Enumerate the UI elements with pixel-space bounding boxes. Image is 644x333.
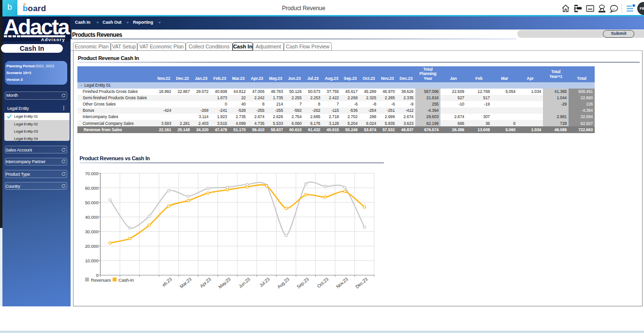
- svg-text:Cash-In: Cash-In: [118, 277, 134, 283]
- svg-text:Mar.23: Mar.23: [178, 276, 192, 289]
- svg-text:Sep.23: Sep.23: [295, 276, 309, 289]
- svg-text:Nov.23: Nov.23: [335, 276, 349, 289]
- svg-text:eb.23: eb.23: [161, 276, 173, 288]
- svg-text:Aug.23: Aug.23: [276, 276, 290, 289]
- svg-text:20.000: 20.000: [85, 243, 99, 249]
- svg-text:Oct.23: Oct.23: [316, 276, 329, 289]
- svg-text:30.000: 30.000: [85, 229, 99, 234]
- svg-text:10.000: 10.000: [85, 258, 99, 263]
- svg-text:Apr.23: Apr.23: [199, 276, 212, 288]
- svg-text:Jun.23: Jun.23: [237, 276, 251, 289]
- svg-text:70.000: 70.000: [85, 171, 99, 176]
- svg-text:60.000: 60.000: [85, 185, 99, 191]
- svg-text:May.23: May.23: [217, 276, 231, 289]
- svg-text:Jul.23: Jul.23: [258, 276, 271, 288]
- svg-text:Dec.23: Dec.23: [354, 276, 368, 289]
- svg-text:50.000: 50.000: [85, 200, 99, 205]
- svg-text:40.000: 40.000: [85, 214, 99, 220]
- svg-text:Revenues: Revenues: [91, 277, 111, 283]
